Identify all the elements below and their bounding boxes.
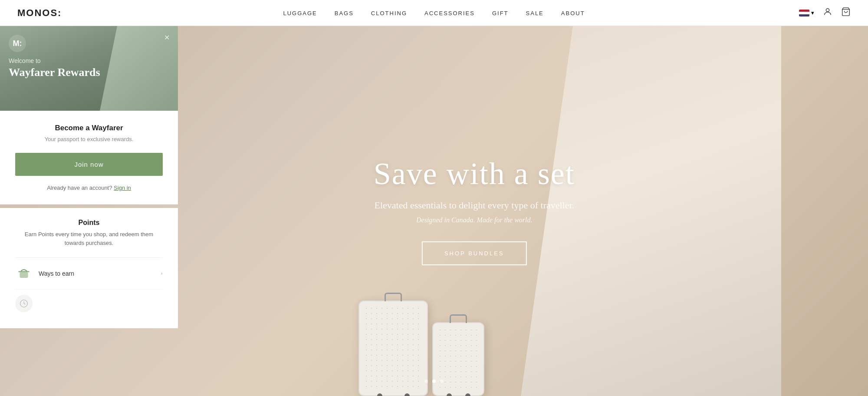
- svg-point-0: [826, 9, 829, 12]
- luggage-wheels: [359, 393, 427, 396]
- monos-m-logo: M:: [9, 35, 26, 52]
- partial-row: [15, 289, 163, 317]
- ways-to-earn-row[interactable]: Ways to earn ›: [15, 257, 163, 289]
- hero-cta: SHOP BUNDLES: [422, 241, 527, 265]
- hero-tagline: Designed in Canada. Made for the world.: [374, 216, 575, 224]
- wheel: [404, 393, 410, 396]
- country-selector[interactable]: ▾: [799, 10, 814, 16]
- cart-icon[interactable]: [841, 7, 851, 19]
- hero-content: Save with a set Elevated essentials to d…: [374, 157, 575, 265]
- nav-logo[interactable]: MONOS:: [17, 7, 62, 19]
- nav-sale[interactable]: SALE: [526, 10, 544, 16]
- luggage-handle: [385, 293, 402, 301]
- become-wayfarer-card: Become a Wayfarer Your passport to exclu…: [0, 111, 178, 205]
- ways-to-earn-left: Ways to earn: [15, 265, 74, 282]
- shop-bundles-button[interactable]: SHOP BUNDLES: [422, 241, 527, 265]
- luggage-small: [432, 322, 484, 396]
- navigation: MONOS: LUGGAGE BAGS CLOTHING ACCESSORIES…: [0, 0, 868, 26]
- carousel-dot-1[interactable]: [424, 380, 428, 383]
- carousel-dot-2[interactable]: [432, 380, 436, 383]
- join-now-button[interactable]: Join now: [15, 153, 163, 176]
- become-subtitle: Your passport to exclusive rewards.: [15, 136, 163, 142]
- ways-to-earn-label: Ways to earn: [39, 270, 74, 277]
- hero-subtitle: Elevated essentials to delight every typ…: [374, 200, 575, 211]
- carousel-dots: [424, 380, 444, 383]
- nav-clothing[interactable]: CLOTHING: [371, 10, 407, 16]
- chevron-right-icon: ›: [161, 270, 163, 277]
- nav-accessories[interactable]: ACCESSORIES: [424, 10, 475, 16]
- points-card: Points Earn Points every time you shop, …: [0, 208, 178, 328]
- partial-icon: [15, 295, 33, 312]
- points-title: Points: [15, 219, 163, 227]
- luggage-texture: [437, 327, 479, 391]
- already-have-account-label: Already have an account?: [47, 185, 112, 191]
- nav-about[interactable]: ABOUT: [561, 10, 585, 16]
- wheel: [465, 393, 470, 396]
- points-description: Earn Points every time you shop, and red…: [15, 230, 163, 247]
- luggage-large: [358, 300, 428, 396]
- nav-links: LUGGAGE BAGS CLOTHING ACCESSORIES GIFT S…: [283, 9, 585, 17]
- carousel-dot-3[interactable]: [440, 380, 444, 383]
- luggage-display: [358, 300, 484, 396]
- signin-text: Already have an account? Sign in: [15, 185, 163, 191]
- wheel: [447, 393, 452, 396]
- svg-rect-2: [18, 271, 30, 272]
- chevron-down-icon: ▾: [811, 10, 814, 16]
- luggage-texture: [364, 306, 423, 391]
- us-flag-icon: [799, 10, 809, 16]
- luggage-handle: [450, 314, 467, 323]
- user-account-icon[interactable]: [823, 7, 832, 19]
- rewards-header-card: M: Welcome to Wayfarer Rewards ✕: [0, 26, 178, 111]
- luggage-wheels: [433, 393, 483, 396]
- nav-bags[interactable]: BAGS: [335, 10, 354, 16]
- nav-right: ▾: [799, 7, 851, 19]
- earn-icon: [15, 265, 33, 282]
- rewards-overlay-panel: M: Welcome to Wayfarer Rewards ✕ Become …: [0, 26, 180, 396]
- welcome-to-label: Welcome to: [9, 57, 100, 64]
- nav-gift[interactable]: GIFT: [492, 10, 509, 16]
- wayfarer-rewards-title: Wayfarer Rewards: [9, 66, 100, 79]
- hero-title: Save with a set: [374, 157, 575, 191]
- svg-rect-3: [20, 272, 28, 278]
- rewards-header-content: M: Welcome to Wayfarer Rewards: [9, 35, 100, 79]
- become-title: Become a Wayfarer: [15, 124, 163, 132]
- wheel: [377, 393, 382, 396]
- close-panel-button[interactable]: ✕: [161, 31, 173, 43]
- nav-luggage[interactable]: LUGGAGE: [283, 10, 317, 16]
- sign-in-link[interactable]: Sign in: [114, 185, 131, 191]
